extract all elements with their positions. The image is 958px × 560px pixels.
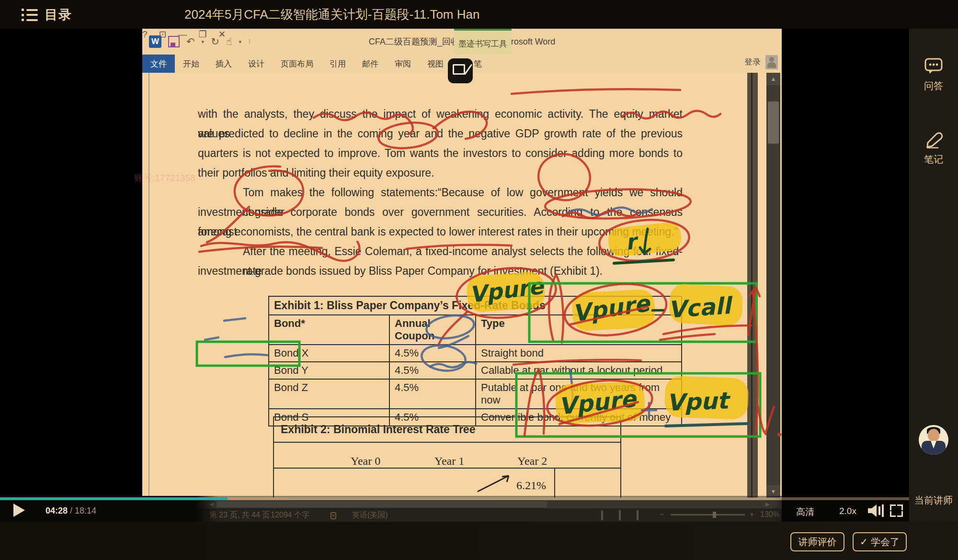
video-frame[interactable]: W ↶▾ ↻ ☝▾ ᎒ CFA二级百题预测_回收_授课版 - Microsoft…	[0, 29, 909, 522]
doc-text-line: investment-grade corporate bonds over go…	[198, 202, 683, 222]
doc-text-line: with the analysts, they discuss the impa…	[198, 104, 683, 124]
play-button[interactable]	[13, 504, 25, 517]
current-time: 04:28	[46, 506, 68, 515]
account-avatar-icon[interactable]	[765, 55, 778, 69]
catalog-label: 目录	[45, 6, 72, 23]
year2-label: Year 2	[517, 455, 547, 468]
instructor-label: 当前讲师	[914, 494, 953, 507]
speed-button[interactable]: 2.0x	[839, 506, 856, 516]
exhibit2-gridline	[554, 468, 555, 498]
cell-type: Putable at par one and two years from no…	[475, 380, 681, 408]
video-title: 2024年5月CFA二级智能通关计划-百题段-11.Tom Han	[184, 0, 479, 29]
notes-label: 笔记	[924, 153, 943, 166]
bottom-bar: 讲师评价 ✓ 学会了	[0, 522, 958, 560]
doc-text-line: investment-grade bonds issued by Bliss P…	[198, 261, 683, 281]
rate-instructor-button[interactable]: 讲师评价	[790, 532, 844, 551]
tree-arrows	[401, 470, 516, 498]
qa-label: 问答	[924, 79, 943, 92]
time-separator: /	[68, 506, 75, 515]
learned-label: 学会了	[871, 536, 900, 549]
doc-text-line: their portfolios and limiting their equi…	[198, 163, 683, 183]
pencil-icon	[924, 130, 943, 148]
sidebar-item-qa[interactable]: 问答	[909, 57, 958, 92]
seek-bar[interactable]	[0, 497, 909, 500]
sign-in-link[interactable]: 登录	[744, 56, 761, 67]
cell-coupon: 4.5%	[389, 362, 475, 379]
tab-design[interactable]: 设计	[240, 55, 273, 73]
tab-references[interactable]: 引用	[321, 55, 354, 73]
cell-coupon: 4.5%	[389, 345, 475, 361]
exhibit2-title: Exhibit 2: Binomial Interest Rate Tree	[274, 417, 620, 443]
word-vertical-scrollbar[interactable]: ▲ ▼	[766, 73, 780, 498]
volume-icon[interactable]	[867, 504, 884, 518]
cell-bond: Bond X	[269, 345, 389, 361]
table-row: Bond X 4.5% Straight bond	[269, 344, 681, 361]
tab-file[interactable]: 文件	[142, 55, 175, 73]
word-titlebar: W ↶▾ ↻ ☝▾ ᎒ CFA二级百题预测_回收_授课版 - Microsoft…	[142, 29, 782, 55]
doc-text-line: After the meeting, Essie Coleman, a fixe…	[198, 242, 683, 261]
screen-annotation-tool-icon[interactable]	[448, 58, 473, 83]
document-canvas[interactable]: with the analysts, they discuss the impa…	[142, 73, 782, 498]
word-window: W ↶▾ ↻ ☝▾ ᎒ CFA二级百题预测_回收_授课版 - Microsoft…	[142, 29, 782, 522]
exhibit1-table: Exhibit 1: Bliss Paper Company’s Fixed-R…	[268, 296, 682, 426]
top-bar: 目录 2024年5月CFA二级智能通关计划-百题段-11.Tom Han	[0, 0, 958, 29]
exhibit2-gridline	[274, 468, 620, 469]
catalog-menu-button[interactable]: 目录	[22, 5, 127, 25]
table-row: Bond Z 4.5% Putable at par one and two y…	[269, 379, 681, 408]
rate-6-21: 6.21%	[516, 479, 546, 492]
tab-view[interactable]: 视图	[419, 55, 452, 73]
check-icon: ✓	[860, 536, 868, 548]
instructor-avatar[interactable]	[919, 425, 948, 455]
vertical-scroll-thumb[interactable]	[768, 101, 779, 144]
tab-mailings[interactable]: 邮件	[354, 55, 387, 73]
col-header-bond: Bond*	[269, 315, 389, 344]
ink-tools-contextual-tab[interactable]: 墨迹书写工具	[454, 29, 512, 56]
year0-label: Year 0	[351, 455, 380, 468]
col-header-coupon: Annual Coupon	[389, 315, 475, 344]
col-header-type: Type	[475, 315, 681, 344]
page-edge-shadow	[747, 73, 758, 498]
played-bar	[0, 497, 228, 500]
cell-bond: Bond Y	[269, 362, 389, 379]
doc-text-line: among economists, the central bank is ex…	[198, 222, 683, 242]
sidebar-item-notes[interactable]: 笔记	[909, 130, 958, 166]
cell-bond: Bond Z	[269, 380, 389, 408]
cell-type: Callable at par without a lockout period	[475, 362, 681, 379]
duration: 18:14	[75, 506, 96, 515]
scroll-up-icon[interactable]: ▲	[766, 73, 780, 85]
cell-coupon: 4.5%	[389, 380, 475, 408]
doc-text-line: Tom makes the following statements:“Beca…	[198, 183, 683, 202]
table-row: Bond Y 4.5% Callable at par without a lo…	[269, 361, 681, 379]
tab-review[interactable]: 审阅	[387, 55, 419, 73]
tab-insert[interactable]: 插入	[207, 55, 240, 73]
right-sidebar: 问答 笔记 当前讲师	[909, 29, 958, 560]
time-display: 04:28 / 18:14	[46, 506, 96, 516]
app-window: 目录 2024年5月CFA二级智能通关计划-百题段-11.Tom Han W ↶…	[0, 0, 958, 560]
doc-text-line: are predicted to decline in the coming y…	[198, 124, 683, 144]
sidebar-item-instructor[interactable]: 当前讲师	[909, 458, 958, 507]
doc-text-line: quarters is not expected to improve. Tom…	[198, 144, 683, 163]
tab-home[interactable]: 开始	[175, 55, 207, 73]
pane-divider	[148, 73, 149, 498]
catalog-list-icon	[22, 9, 38, 21]
year1-label: Year 1	[434, 455, 464, 468]
fullscreen-icon[interactable]	[890, 504, 903, 517]
chat-bubble-icon	[924, 57, 943, 75]
tab-pen[interactable]: 笔	[474, 55, 482, 73]
cell-type: Straight bond	[475, 345, 681, 361]
tab-page-layout[interactable]: 页面布局	[273, 55, 321, 73]
learned-button[interactable]: ✓ 学会了	[853, 532, 907, 551]
quality-button[interactable]: 高清	[796, 506, 814, 518]
exhibit1-title: Exhibit 1: Bliss Paper Company’s Fixed-R…	[269, 297, 550, 314]
